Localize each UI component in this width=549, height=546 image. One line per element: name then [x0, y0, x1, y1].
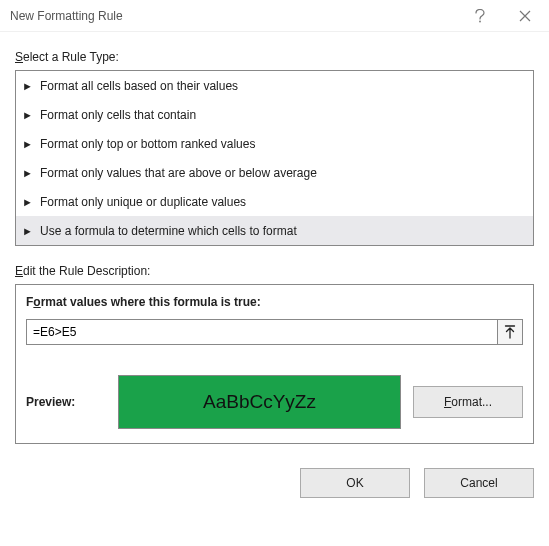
preview-sample: AaBbCcYyZz [118, 375, 401, 429]
rule-type-item[interactable]: ► Format only values that are above or b… [16, 158, 533, 187]
rule-type-text: Format only values that are above or bel… [40, 166, 317, 180]
bullet-icon: ► [22, 167, 40, 179]
rule-type-item[interactable]: ► Format all cells based on their values [16, 71, 533, 100]
formula-label: Format values where this formula is true… [26, 295, 523, 309]
rule-type-item[interactable]: ► Format only top or bottom ranked value… [16, 129, 533, 158]
cancel-button[interactable]: Cancel [424, 468, 534, 498]
format-button[interactable]: Format... [413, 386, 523, 418]
formula-row [26, 319, 523, 345]
bullet-icon: ► [22, 196, 40, 208]
rule-type-text: Format all cells based on their values [40, 79, 238, 93]
dialog-content: Select a Rule Type: ► Format all cells b… [0, 32, 549, 454]
edit-rule-desc-label: Edit the Rule Description: [15, 264, 534, 278]
bullet-icon: ► [22, 138, 40, 150]
rule-type-list[interactable]: ► Format all cells based on their values… [15, 70, 534, 246]
rule-type-text: Format only cells that contain [40, 108, 196, 122]
rule-type-item[interactable]: ► Format only cells that contain [16, 100, 533, 129]
rule-type-text: Format only top or bottom ranked values [40, 137, 255, 151]
rule-type-text: Format only unique or duplicate values [40, 195, 246, 209]
preview-row: Preview: AaBbCcYyZz Format... [26, 375, 523, 429]
bullet-icon: ► [22, 109, 40, 121]
bullet-icon: ► [22, 80, 40, 92]
close-button[interactable] [502, 1, 547, 31]
dialog-title: New Formatting Rule [10, 9, 457, 23]
titlebar: New Formatting Rule [0, 0, 549, 32]
preview-label: Preview: [26, 395, 106, 409]
rule-type-text: Use a formula to determine which cells t… [40, 224, 297, 238]
rule-description-box: Format values where this formula is true… [15, 284, 534, 444]
range-selector-button[interactable] [497, 319, 523, 345]
help-button[interactable] [457, 1, 502, 31]
formula-input[interactable] [26, 319, 497, 345]
edit-rule-block: Edit the Rule Description: Format values… [15, 264, 534, 444]
bullet-icon: ► [22, 225, 40, 237]
rule-type-item[interactable]: ► Use a formula to determine which cells… [16, 216, 533, 245]
select-rule-type-label: Select a Rule Type: [15, 50, 534, 64]
dialog-buttons: OK Cancel [0, 454, 549, 498]
rule-type-item[interactable]: ► Format only unique or duplicate values [16, 187, 533, 216]
ok-button[interactable]: OK [300, 468, 410, 498]
svg-point-0 [479, 20, 481, 22]
